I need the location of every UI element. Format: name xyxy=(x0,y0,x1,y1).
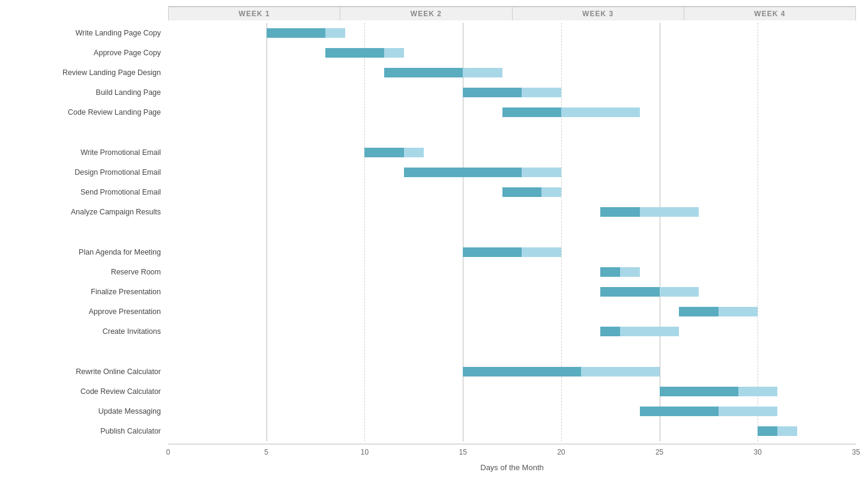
bar-light-segment xyxy=(581,367,660,376)
task-bar xyxy=(267,28,345,38)
gantt-task-row xyxy=(168,62,856,82)
bar-light-segment xyxy=(738,387,777,396)
bar-dark-segment xyxy=(463,247,522,257)
bar-dark-segment xyxy=(660,387,738,396)
gantt-task-row xyxy=(168,142,856,162)
bar-light-segment xyxy=(561,107,640,117)
bar-dark-segment xyxy=(679,307,718,316)
x-tick-20: 20 xyxy=(557,448,565,456)
gantt-spacer-row xyxy=(168,342,856,361)
task-label: Plan Agenda for Meeting xyxy=(12,242,168,262)
task-label: Review Landing Page Design xyxy=(12,62,168,82)
x-tick-30: 30 xyxy=(754,448,762,456)
week-header: WEEK 4 xyxy=(684,6,856,20)
task-spacer-label xyxy=(12,122,168,142)
task-bar xyxy=(502,107,640,117)
task-label: Analyze Campaign Results xyxy=(12,202,168,222)
task-spacer-label xyxy=(12,222,168,242)
bar-light-segment xyxy=(404,148,424,157)
bar-light-segment xyxy=(325,28,345,38)
gantt-area xyxy=(168,23,856,441)
task-label: Finalize Presentation xyxy=(12,282,168,301)
bar-light-segment xyxy=(719,307,758,316)
task-label: Send Promotional Email xyxy=(12,183,168,202)
gantt-task-row xyxy=(168,262,856,282)
gantt-task-row xyxy=(168,242,856,262)
bar-dark-segment xyxy=(600,267,620,277)
week-header: WEEK 1 xyxy=(168,6,340,20)
x-tick-0: 0 xyxy=(166,448,170,456)
task-label: Code Review Calculator xyxy=(12,381,168,401)
task-bar xyxy=(660,387,777,396)
bar-dark-segment xyxy=(463,88,522,97)
task-bar xyxy=(463,367,659,376)
gantt-task-row xyxy=(168,83,856,103)
gantt-task-row xyxy=(168,322,856,342)
task-bar xyxy=(640,407,777,416)
task-label: Approve Page Copy xyxy=(12,43,168,62)
gantt-task-row xyxy=(168,302,856,322)
bar-light-segment xyxy=(522,247,561,257)
task-label: Approve Presentation xyxy=(12,302,168,322)
task-label: Publish Calculator xyxy=(12,422,168,441)
gantt-task-row xyxy=(168,103,856,122)
task-spacer-label xyxy=(12,342,168,361)
x-tick-25: 25 xyxy=(656,448,663,456)
bar-light-segment xyxy=(719,407,777,416)
bar-light-segment xyxy=(541,187,561,197)
task-bar xyxy=(679,307,758,316)
gantt-task-row xyxy=(168,202,856,222)
bar-dark-segment xyxy=(364,148,403,157)
task-label: Update Messaging xyxy=(12,402,168,422)
bar-dark-segment xyxy=(325,48,384,58)
gantt-task-row xyxy=(168,422,856,441)
x-axis-label: Days of the Month xyxy=(168,463,856,472)
bar-light-segment xyxy=(620,327,679,336)
task-bar xyxy=(325,48,404,58)
task-bar xyxy=(463,88,561,97)
gantt-spacer-row xyxy=(168,222,856,242)
x-tick-15: 15 xyxy=(459,448,466,456)
task-bar xyxy=(600,287,699,297)
x-tick-10: 10 xyxy=(361,448,369,456)
bar-dark-segment xyxy=(502,187,541,197)
bar-dark-segment xyxy=(600,287,659,297)
gantt-task-row xyxy=(168,361,856,381)
gantt-task-row xyxy=(168,43,856,62)
task-label: Create Invitations xyxy=(12,322,168,342)
bar-light-segment xyxy=(384,48,404,58)
x-tick-35: 35 xyxy=(852,448,860,456)
task-label: Write Promotional Email xyxy=(12,142,168,162)
bar-dark-segment xyxy=(600,327,620,336)
bar-light-segment xyxy=(777,426,797,436)
gantt-task-row xyxy=(168,162,856,182)
gantt-task-row xyxy=(168,381,856,401)
chart-wrapper: WEEK 1WEEK 2WEEK 3WEEK 4 Write Landing P… xyxy=(0,0,868,502)
bar-dark-segment xyxy=(600,207,639,217)
bar-dark-segment xyxy=(758,426,777,436)
bar-dark-segment xyxy=(502,107,561,117)
task-bar xyxy=(404,168,561,177)
task-label: Reserve Room xyxy=(12,262,168,282)
bar-light-segment xyxy=(660,287,699,297)
task-bar xyxy=(364,148,423,157)
x-tick-5: 5 xyxy=(264,448,268,456)
gantt-task-row xyxy=(168,282,856,301)
week-header: WEEK 3 xyxy=(512,6,684,20)
bar-light-segment xyxy=(640,207,699,217)
x-axis: 05101520253035 xyxy=(168,444,856,462)
task-bar xyxy=(384,68,502,77)
bar-light-segment xyxy=(620,267,640,277)
task-bar xyxy=(600,207,699,217)
task-label: Build Landing Page xyxy=(12,83,168,103)
task-bar xyxy=(463,247,561,257)
task-bar xyxy=(600,267,639,277)
task-labels: Write Landing Page CopyApprove Page Copy… xyxy=(12,23,168,441)
bar-light-segment xyxy=(522,88,561,97)
task-bar xyxy=(502,187,561,197)
task-label: Design Promotional Email xyxy=(12,162,168,182)
bar-dark-segment xyxy=(640,407,719,416)
bar-light-segment xyxy=(463,68,502,77)
week-header: WEEK 2 xyxy=(340,6,511,20)
task-label: Write Landing Page Copy xyxy=(12,23,168,43)
